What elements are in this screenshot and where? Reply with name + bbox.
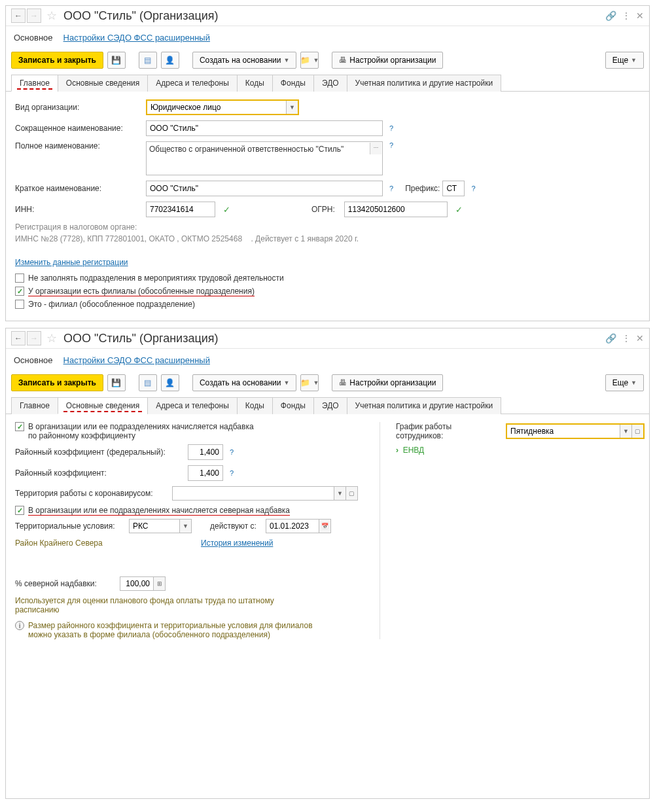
help-icon[interactable]: ? — [389, 185, 393, 192]
nav-forward-button[interactable]: → — [27, 331, 41, 345]
dropdown-icon[interactable]: ▼ — [286, 101, 298, 114]
pct-north-input[interactable] — [120, 577, 153, 590]
create-on-button[interactable]: Создать на основании ▼ — [192, 52, 296, 69]
checkbox-region-coef[interactable]: ✓ — [15, 422, 24, 431]
checkbox-has-branches[interactable]: ✓ — [15, 287, 24, 296]
folder-button[interactable]: 📁▼ — [300, 52, 319, 69]
tab-policy[interactable]: Учетная политика и другие настройки — [347, 397, 502, 414]
checkbox-north-label: В организации или ее подразделениях начи… — [28, 506, 290, 515]
help-icon[interactable]: ? — [230, 469, 234, 477]
rk-fed-label: Районный коэффициент (федеральный): — [15, 448, 185, 457]
checkbox-no-fill[interactable] — [15, 274, 24, 283]
inn-input[interactable] — [146, 202, 215, 217]
org-type-select[interactable]: ▼ — [146, 99, 299, 115]
calendar-icon[interactable]: 📅 — [319, 520, 330, 533]
checkbox-north[interactable]: ✓ — [15, 506, 24, 515]
tab-basic[interactable]: Основные сведения — [58, 75, 148, 92]
person-button[interactable]: 👤 — [161, 52, 179, 69]
nav-forward-button[interactable]: → — [27, 9, 41, 23]
nav-back-button[interactable]: ← — [11, 331, 26, 345]
pct-north-field[interactable]: ⊞ — [120, 576, 166, 591]
save-button[interactable]: 💾 — [107, 374, 126, 391]
create-on-button[interactable]: Создать на основании ▼ — [192, 374, 296, 391]
tab-codes[interactable]: Коды — [237, 75, 273, 92]
save-close-button[interactable]: Записать и закрыть — [11, 374, 103, 391]
form-button[interactable]: ▤ — [139, 374, 157, 391]
ogrn-input[interactable] — [344, 202, 448, 217]
form-button[interactable]: ▤ — [139, 52, 157, 69]
favorite-star-icon[interactable]: ☆ — [46, 9, 57, 23]
titlebar: ← → ☆ ООО "Стиль" (Организация) 🔗 ⋮ ✕ — [6, 328, 649, 349]
check-icon: ✓ — [223, 205, 230, 215]
tab-address[interactable]: Адреса и телефоны — [147, 75, 238, 92]
checkbox-is-branch[interactable] — [15, 300, 24, 309]
subtab-sedo-link[interactable]: Настройки СЭДО ФСС расширенный — [63, 355, 210, 365]
info-icon: i — [15, 621, 24, 630]
folder-button[interactable]: 📁▼ — [300, 374, 319, 391]
tab-funds[interactable]: Фонды — [272, 397, 314, 414]
tab-basic[interactable]: Основные сведения — [58, 397, 148, 414]
person-button[interactable]: 👤 — [161, 374, 179, 391]
history-link[interactable]: История изменений — [201, 538, 273, 548]
rk-label: Районный коэффициент: — [15, 468, 185, 478]
schedule-select[interactable]: ▼ ▢ — [506, 423, 645, 439]
subtab-main[interactable]: Основное — [14, 33, 53, 43]
nav-back-button[interactable]: ← — [11, 9, 26, 23]
org-type-input[interactable] — [147, 101, 286, 114]
full-name-textarea[interactable]: Общество с ограниченной ответственностью… — [146, 141, 383, 175]
rk-fed-input[interactable] — [188, 444, 223, 460]
schedule-input[interactable] — [507, 425, 620, 438]
subtab-main[interactable]: Основное — [14, 355, 53, 365]
change-reg-link[interactable]: Изменить данные регистрации — [15, 258, 128, 267]
link-icon[interactable]: 🔗 — [605, 333, 616, 344]
rk-input[interactable] — [188, 465, 223, 481]
prefix-input[interactable] — [442, 181, 465, 196]
tab-main[interactable]: Главное — [11, 75, 58, 92]
menu-dots-icon[interactable]: ⋮ — [622, 333, 631, 344]
more-button[interactable]: Еще ▼ — [605, 374, 644, 391]
save-close-button[interactable]: Записать и закрыть — [11, 52, 103, 69]
open-icon[interactable]: ▢ — [631, 425, 643, 438]
check-icon: ✓ — [455, 205, 463, 215]
organization-window-basic: ← → ☆ ООО "Стиль" (Организация) 🔗 ⋮ ✕ Ос… — [5, 328, 650, 799]
terr-cond-input[interactable] — [130, 520, 179, 533]
dropdown-icon[interactable]: ▼ — [179, 520, 191, 533]
tab-address[interactable]: Адреса и телефоны — [147, 397, 238, 414]
tab-main[interactable]: Главное — [11, 397, 58, 414]
close-icon[interactable]: ✕ — [636, 10, 644, 21]
open-icon[interactable]: ▢ — [345, 487, 357, 500]
save-button[interactable]: 💾 — [107, 52, 126, 69]
close-icon[interactable]: ✕ — [636, 333, 644, 344]
brief-name-label: Краткое наименование: — [15, 184, 143, 193]
tab-funds[interactable]: Фонды — [272, 75, 314, 92]
help-icon[interactable]: ? — [471, 185, 475, 192]
link-icon[interactable]: 🔗 — [605, 10, 616, 21]
short-name-input[interactable] — [146, 120, 383, 136]
help-icon[interactable]: ? — [389, 124, 393, 132]
tab-codes[interactable]: Коды — [237, 397, 273, 414]
valid-from-input[interactable] — [266, 520, 319, 533]
tab-edo[interactable]: ЭДО — [313, 397, 347, 414]
terr-covid-select[interactable]: ▼ ▢ — [172, 486, 358, 501]
org-settings-button[interactable]: 🖶 Настройки организации — [332, 52, 443, 69]
calc-icon[interactable]: ⊞ — [153, 577, 165, 590]
dropdown-icon[interactable]: ▼ — [334, 487, 345, 500]
help-icon[interactable]: ? — [389, 141, 393, 149]
person-icon: 👤 — [165, 378, 175, 387]
terr-covid-input[interactable] — [173, 487, 334, 500]
brief-name-input[interactable] — [146, 181, 383, 196]
ellipsis-button[interactable]: ... — [370, 143, 381, 154]
create-on-label: Создать на основании — [200, 56, 281, 65]
menu-dots-icon[interactable]: ⋮ — [622, 10, 631, 21]
valid-from-date[interactable]: 📅 — [266, 519, 331, 533]
terr-cond-select[interactable]: ▼ — [129, 519, 192, 533]
dropdown-icon[interactable]: ▼ — [620, 425, 631, 438]
org-settings-button[interactable]: 🖶 Настройки организации — [332, 374, 443, 391]
subtab-sedo-link[interactable]: Настройки СЭДО ФСС расширенный — [63, 33, 210, 43]
tab-policy[interactable]: Учетная политика и другие настройки — [347, 75, 502, 92]
expand-envd[interactable]: › ЕНВД — [396, 446, 645, 455]
favorite-star-icon[interactable]: ☆ — [46, 331, 57, 345]
more-button[interactable]: Еще ▼ — [605, 52, 644, 69]
tab-edo[interactable]: ЭДО — [313, 75, 347, 92]
help-icon[interactable]: ? — [230, 448, 234, 456]
